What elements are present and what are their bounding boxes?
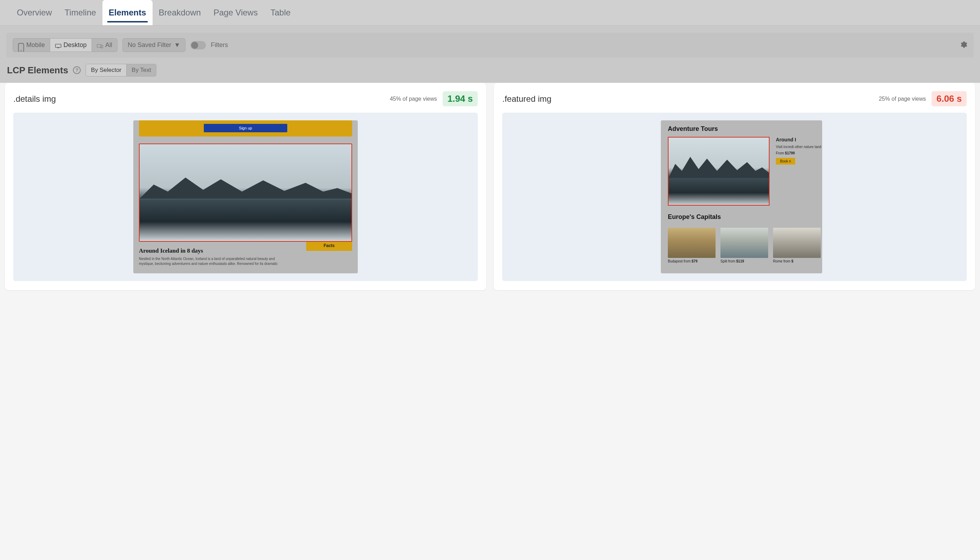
lcp-cards: .details img 45% of page views 1.94 s Si… xyxy=(0,83,980,297)
groupby-segment: By Selector By Text xyxy=(86,64,156,77)
lcp-card: .featured img 25% of page views 6.06 s A… xyxy=(494,83,975,290)
preview-highlighted-image xyxy=(139,143,352,242)
devices-icon xyxy=(97,43,103,48)
device-mobile-label: Mobile xyxy=(26,42,45,49)
device-mobile[interactable]: Mobile xyxy=(13,38,50,52)
preview-text: Nestled in the North Atlantic Ocean, Ice… xyxy=(139,257,286,266)
mobile-icon xyxy=(18,43,24,48)
groupby-selector[interactable]: By Selector xyxy=(86,64,126,76)
filter-toolbar: Mobile Desktop All No Saved Filter ▼ Fil… xyxy=(6,33,974,58)
preview-page-mock: Adventure Tours Around I Visit incredi o… xyxy=(661,120,822,273)
device-desktop[interactable]: Desktop xyxy=(50,38,92,52)
svg-rect-3 xyxy=(57,48,59,48)
gear-icon xyxy=(959,40,967,49)
preview-page-mock: Sign up Facts Around Iceland in 8 days N… xyxy=(133,120,358,273)
device-all-label: All xyxy=(105,42,112,49)
help-icon[interactable]: ? xyxy=(73,66,81,74)
tab-elements[interactable]: Elements xyxy=(102,0,153,25)
device-desktop-label: Desktop xyxy=(63,42,87,49)
preview-side-text: Visit incredi other nature landmarks a xyxy=(776,145,822,149)
preview-thumb: Split from $119 xyxy=(720,228,768,263)
preview-title: Adventure Tours xyxy=(668,125,822,133)
chevron-down-icon: ▼ xyxy=(174,42,180,49)
main-tabs: Overview Timeline Elements Breakdown Pag… xyxy=(0,0,980,26)
element-preview: Adventure Tours Around I Visit incredi o… xyxy=(502,113,967,281)
svg-rect-4 xyxy=(97,45,101,47)
settings-button[interactable] xyxy=(959,40,967,50)
preview-side-heading: Around I xyxy=(776,137,822,142)
saved-filter-dropdown[interactable]: No Saved Filter ▼ xyxy=(122,38,186,52)
desktop-icon xyxy=(55,43,62,48)
preview-highlighted-image xyxy=(668,137,770,206)
device-all[interactable]: All xyxy=(92,38,117,52)
preview-thumb: Rome from $ xyxy=(773,228,821,263)
lcp-time-badge: 6.06 s xyxy=(932,91,967,106)
tab-timeline[interactable]: Timeline xyxy=(58,0,102,25)
preview-thumb: Budapest from $79 xyxy=(668,228,715,263)
page-views-percent: 45% of page views xyxy=(390,96,437,102)
filters-toggle[interactable] xyxy=(190,41,206,50)
lcp-time-badge: 1.94 s xyxy=(443,91,478,106)
tab-breakdown[interactable]: Breakdown xyxy=(153,0,207,25)
tab-page-views[interactable]: Page Views xyxy=(207,0,264,25)
groupby-text[interactable]: By Text xyxy=(126,64,156,76)
page-views-percent: 25% of page views xyxy=(879,96,926,102)
filters-label: Filters xyxy=(211,42,228,49)
element-preview: Sign up Facts Around Iceland in 8 days N… xyxy=(13,113,478,281)
preview-signup-button: Sign up xyxy=(204,124,287,132)
section-header: LCP Elements ? By Selector By Text xyxy=(0,60,980,83)
svg-point-1 xyxy=(21,50,22,51)
preview-facts-button: Facts xyxy=(306,240,352,251)
svg-rect-2 xyxy=(55,44,61,47)
element-selector: .featured img xyxy=(502,94,873,104)
preview-subtitle: Europe's Capitals xyxy=(668,213,822,221)
saved-filter-label: No Saved Filter xyxy=(128,42,171,49)
element-selector: .details img xyxy=(13,94,384,104)
section-title: LCP Elements xyxy=(7,65,68,76)
tab-table[interactable]: Table xyxy=(264,0,297,25)
lcp-card: .details img 45% of page views 1.94 s Si… xyxy=(5,83,486,290)
device-segment: Mobile Desktop All xyxy=(13,38,118,52)
tab-overview[interactable]: Overview xyxy=(10,0,58,25)
preview-book-button: Book n xyxy=(776,158,795,165)
preview-side-from: From $1799 xyxy=(776,151,822,155)
